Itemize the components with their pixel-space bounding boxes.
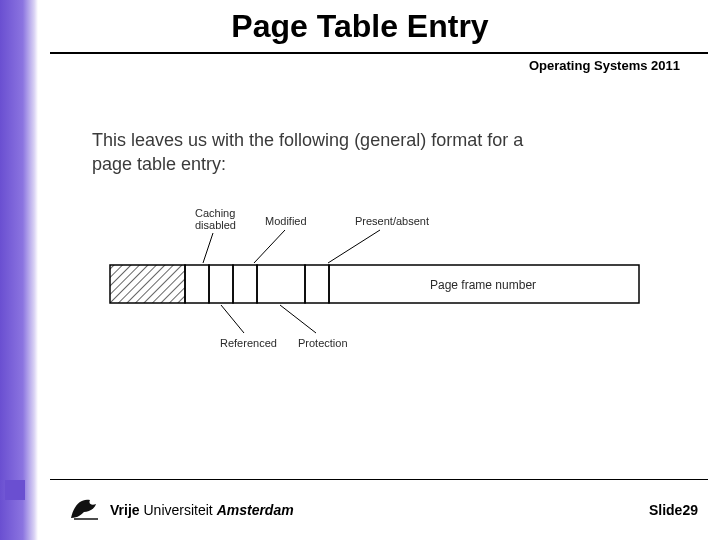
griffin-logo-icon (68, 494, 102, 522)
svg-line-4 (221, 305, 244, 333)
slide-num: 29 (682, 502, 698, 518)
label-referenced: Referenced (220, 337, 277, 349)
field-present (305, 265, 329, 303)
footer-university: Vrije Universiteit Amsterdam (110, 502, 294, 518)
body-text: This leaves us with the following (gener… (92, 128, 680, 177)
page-title: Page Table Entry (0, 8, 720, 45)
svg-line-0 (203, 233, 213, 263)
field-referenced (209, 265, 233, 303)
svg-line-1 (254, 230, 285, 263)
rule-bottom (50, 479, 708, 480)
slide-word: Slide (649, 502, 682, 518)
label-protection: Protection (298, 337, 348, 349)
rule-top (50, 52, 708, 54)
uni-word-2: Universiteit (143, 502, 212, 518)
body-line-1: This leaves us with the following (gener… (92, 130, 523, 150)
field-modified (233, 265, 257, 303)
footer-slide-number: Slide29 (649, 502, 698, 518)
label-caching-1: Caching (195, 207, 235, 219)
field-caching (185, 265, 209, 303)
uni-word-3: Amsterdam (217, 502, 294, 518)
svg-line-2 (328, 230, 380, 263)
course-subtitle: Operating Systems 2011 (529, 58, 680, 73)
label-frame: Page frame number (430, 278, 536, 292)
field-protection (257, 265, 305, 303)
svg-line-5 (280, 305, 316, 333)
sidebar-gradient (0, 0, 38, 540)
sidebar-square (5, 480, 25, 500)
uni-word-1: Vrije (110, 502, 140, 518)
slide: Page Table Entry Operating Systems 2011 … (0, 0, 720, 540)
label-present: Present/absent (355, 215, 429, 227)
label-caching-2: disabled (195, 219, 236, 231)
field-unused (110, 265, 185, 303)
label-modified: Modified (265, 215, 307, 227)
body-line-2: page table entry: (92, 154, 226, 174)
pte-figure: Caching disabled Modified Present/absent (80, 205, 670, 365)
